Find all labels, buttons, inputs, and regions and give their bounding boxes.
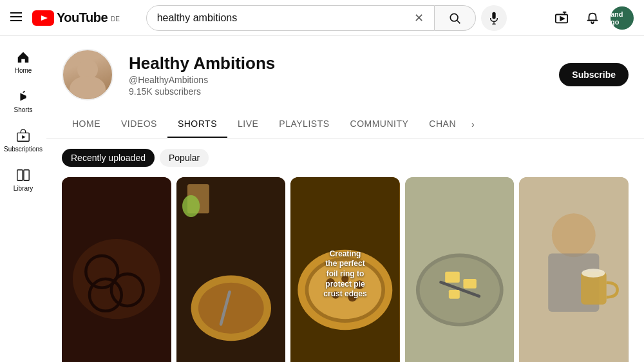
filter-bar: Recently uploaded Popular — [62, 149, 629, 167]
sidebar-shorts-label: Shorts — [14, 106, 33, 113]
search-input[interactable] — [157, 12, 409, 24]
nav-item-shorts[interactable]: SHORTS — [167, 111, 227, 138]
nav-item-community[interactable]: COMMUNITY — [340, 111, 419, 138]
search-button[interactable] — [435, 5, 476, 31]
youtube-logo[interactable]: YouTube DE — [32, 10, 120, 26]
channel-header: Healthy Ambitions @HealthyAmbitions 9.15… — [46, 36, 644, 138]
short-thumbnail-1 — [62, 177, 171, 362]
nav-item-home[interactable]: HOME — [62, 111, 111, 138]
sidebar-item-shorts[interactable]: Shorts — [1, 81, 45, 120]
search-input-wrap: ✕ — [146, 5, 435, 31]
svg-point-46 — [552, 213, 596, 257]
channel-nav: HOME VIDEOS SHORTS LIVE PLAYLISTS COMMUN… — [62, 111, 629, 138]
nav-item-playlists[interactable]: PLAYLISTS — [269, 111, 339, 138]
channel-avatar — [62, 49, 113, 100]
short-thumbnail-2 — [176, 177, 286, 362]
avatar[interactable]: and go — [611, 6, 634, 30]
header: YouTube DE ✕ — [0, 0, 644, 36]
svg-rect-0 — [10, 12, 22, 14]
svg-rect-6 — [492, 12, 495, 19]
channel-handle: @HealthyAmbitions — [129, 75, 544, 85]
sidebar-library-label: Library — [14, 185, 33, 192]
short-thumbnail-5 — [519, 177, 629, 362]
svg-rect-16 — [17, 170, 23, 181]
nav-arrow-right[interactable]: › — [466, 114, 480, 135]
header-left: YouTube DE — [10, 10, 120, 26]
svg-rect-44 — [449, 290, 460, 299]
svg-rect-1 — [10, 16, 22, 17]
sidebar-item-home[interactable]: Home — [1, 41, 45, 81]
short-card-1[interactable]: Baking Hacks 😊 (Keto Oreo recipe… 122 vi… — [62, 177, 171, 362]
shorts-grid: Baking Hacks 😊 (Keto Oreo recipe… 122 vi… — [62, 177, 629, 362]
channel-meta: Healthy Ambitions @HealthyAmbitions 9.15… — [129, 53, 544, 97]
search-clear-icon[interactable]: ✕ — [414, 11, 424, 25]
youtube-locale: DE — [111, 15, 120, 23]
content: Healthy Ambitions @HealthyAmbitions 9.15… — [46, 36, 644, 362]
header-right: and go — [549, 5, 634, 31]
short-card-4[interactable]: Easiest Keto Pie Crust! 3K views — [405, 177, 515, 362]
filter-recently-uploaded[interactable]: Recently uploaded — [62, 149, 155, 167]
svg-marker-3 — [41, 15, 48, 21]
svg-point-28 — [182, 195, 200, 217]
short-overlay-3: Creating the perfect foil ring to protec… — [318, 244, 373, 305]
create-button[interactable] — [549, 5, 574, 31]
channel-subscribers: 9.15K subscribers — [129, 86, 544, 97]
short-thumbnail-4 — [405, 177, 515, 362]
svg-point-4 — [450, 14, 458, 21]
sidebar-item-library[interactable]: Library — [1, 159, 45, 198]
app-container: YouTube DE ✕ — [0, 0, 644, 362]
svg-marker-10 — [560, 17, 564, 21]
subscribe-button[interactable]: Subscribe — [559, 63, 629, 86]
short-card-5[interactable]: Keto Eggnog Latte #eggnog… 617 views — [519, 177, 629, 362]
shorts-section: Recently uploaded Popular — [46, 138, 644, 362]
nav-item-videos[interactable]: VIDEOS — [111, 111, 167, 138]
main: Home Shorts Subscriptions — [0, 36, 644, 362]
svg-line-5 — [457, 20, 460, 23]
short-card-2[interactable]: Keto Pecan Pie Filling (link to recipe p… — [176, 177, 286, 362]
short-thumbnail-3: Creating the perfect foil ring to protec… — [290, 177, 400, 362]
youtube-wordmark: YouTube — [57, 10, 108, 25]
nav-item-live[interactable]: LIVE — [227, 111, 269, 138]
filter-popular[interactable]: Popular — [160, 149, 209, 167]
menu-icon[interactable] — [10, 11, 22, 24]
sidebar: Home Shorts Subscriptions — [0, 36, 46, 362]
svg-rect-17 — [24, 170, 29, 181]
short-card-3[interactable]: Creating the perfect foil ring to protec… — [290, 177, 400, 362]
youtube-icon — [32, 10, 54, 26]
sidebar-home-label: Home — [15, 67, 32, 74]
sidebar-subs-label: Subscriptions — [4, 146, 43, 153]
channel-info: Healthy Ambitions @HealthyAmbitions 9.15… — [62, 49, 629, 100]
svg-marker-15 — [22, 135, 26, 139]
sidebar-item-subscriptions[interactable]: Subscriptions — [1, 120, 45, 159]
search-bar: ✕ — [146, 5, 507, 31]
mic-button[interactable] — [481, 5, 507, 31]
svg-rect-2 — [10, 20, 22, 21]
nav-item-channels[interactable]: CHAN — [419, 111, 466, 138]
notification-button[interactable] — [580, 5, 605, 31]
channel-name: Healthy Ambitions — [129, 53, 544, 73]
svg-rect-43 — [463, 279, 476, 289]
svg-point-26 — [198, 283, 264, 334]
svg-rect-42 — [445, 272, 460, 283]
svg-point-49 — [582, 269, 605, 278]
